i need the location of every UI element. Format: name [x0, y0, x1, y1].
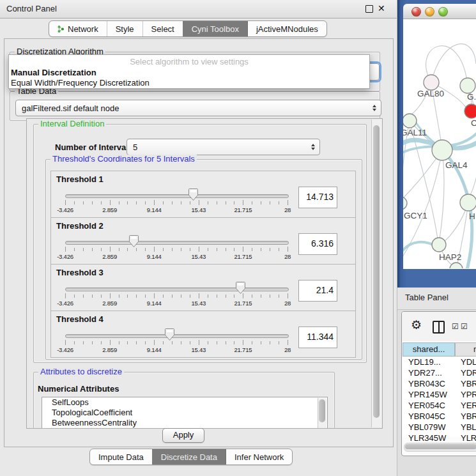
mac-zoom-icon[interactable] — [438, 7, 448, 17]
network-node-gcy1[interactable] — [403, 197, 407, 210]
list-scrollbar[interactable] — [318, 398, 326, 429]
table-row[interactable]: YER054CYER0 — [403, 400, 476, 411]
slider-track[interactable] — [65, 288, 289, 291]
slider-tick — [74, 341, 75, 344]
threshold-value-field[interactable]: 11.344 — [298, 326, 337, 348]
network-node-h[interactable] — [460, 194, 476, 211]
table-panel-titlebar: Table Panel — [397, 288, 476, 310]
column-header-name[interactable]: n — [455, 342, 476, 357]
network-window-titlebar — [403, 4, 476, 19]
tab-impute-data[interactable]: Impute Data — [90, 449, 152, 464]
network-node-c[interactable] — [464, 104, 476, 118]
table-row[interactable]: YLR345WYLR3 — [403, 433, 476, 443]
close-icon[interactable]: ✕ — [378, 3, 385, 13]
table-header-row: shared... n — [403, 342, 476, 357]
tab-discretize-data[interactable]: Discretize Data — [152, 449, 226, 464]
cell-name: YDL1 — [455, 357, 476, 367]
interval-definition-group: Interval Definition Number of Intervals … — [33, 124, 367, 363]
float-window-icon[interactable] — [365, 5, 373, 13]
threshold-value-field[interactable]: 21.4 — [298, 280, 337, 302]
network-canvas[interactable]: GAL80G.CGAL11GAL4GCY1HHAP2 — [403, 19, 476, 269]
cell-shared-name: YDL19... — [403, 357, 455, 367]
slider-tick — [208, 295, 208, 298]
slider-thumb[interactable] — [128, 234, 139, 248]
list-item-betweennesscentrality[interactable]: BetweennessCentrality — [42, 418, 327, 428]
network-node-gal11[interactable] — [403, 114, 417, 128]
tab-jactivemnodules[interactable]: jActiveMNodules — [247, 21, 326, 36]
slider-tick-label: -3.426 — [57, 206, 73, 213]
threshold-row-3: Threshold 3-3.4262.8599.14415.4321.71528… — [50, 264, 356, 311]
checkbox-icon[interactable]: ☑ — [452, 322, 459, 331]
threshold-label: Threshold 4 — [56, 314, 104, 324]
slider-thumb[interactable] — [188, 188, 199, 201]
slider-tick — [154, 293, 155, 298]
slider-tick — [172, 341, 173, 344]
table-row[interactable]: YPR145WYPR1 — [403, 389, 476, 400]
slider-tick — [226, 201, 226, 204]
slider-track[interactable] — [65, 194, 289, 198]
gear-icon[interactable]: ⚙ — [411, 318, 422, 332]
tab-network[interactable]: Network — [49, 21, 107, 36]
numerical-attributes-list[interactable]: SelfLoopsTopologicalCoefficientBetweenne… — [42, 397, 328, 429]
horizontal-scrollbar[interactable] — [404, 443, 476, 452]
tab-infer-network[interactable]: Infer Network — [226, 449, 292, 464]
slider-tick — [199, 247, 199, 252]
slider-tick — [119, 341, 119, 344]
tab-select[interactable]: Select — [142, 21, 183, 36]
table-row[interactable]: YBR045CYBR0 — [403, 411, 476, 422]
top-tab-bar: NetworkStyleSelectCyni ToolboxjActiveMNo… — [49, 20, 327, 37]
table-data-combo[interactable]: galFiltered.sif default node — [15, 100, 381, 116]
slider-tick — [65, 293, 66, 298]
network-node-label: H — [469, 211, 475, 221]
number-of-intervals-combo[interactable]: 5 — [127, 139, 320, 155]
slider-track[interactable] — [65, 241, 289, 245]
slider-tick — [74, 201, 75, 204]
table-panel: ⚙ ☑ ☑ shared... n YDL19...YDL1YDR27...YD… — [401, 311, 476, 456]
mac-close-icon[interactable] — [411, 7, 421, 17]
slider-tick — [101, 341, 102, 344]
table-row[interactable]: YBR043CYBR0 — [403, 378, 476, 389]
network-node-gal80[interactable] — [424, 75, 439, 90]
table-row[interactable]: YBL079WYBL0 — [403, 422, 476, 433]
slider-thumb[interactable] — [235, 281, 246, 295]
slider-tick — [181, 201, 181, 204]
threshold-value-field[interactable]: 6.316 — [298, 233, 337, 255]
slider-tick — [270, 295, 270, 298]
cell-name: YER0 — [455, 400, 476, 411]
slider-tick-label: 2.859 — [102, 300, 117, 307]
dropdown-option-equal-width-frequency[interactable]: Equal Width/Frequency Discretization — [11, 78, 150, 88]
thresholds-group: Threshold's Coordinates for 5 Intervals … — [45, 159, 362, 360]
cyni-toolbox-content: Discretization Algorithm Select algorith… — [4, 38, 394, 447]
table-row[interactable]: YDR27...YDR2 — [403, 367, 476, 378]
dropdown-option-manual-discretization[interactable]: Manual Discretization — [11, 68, 96, 77]
apply-button[interactable]: Apply — [162, 428, 204, 443]
table-row[interactable]: YDL19...YDL1 — [403, 357, 476, 367]
slider-tick — [172, 295, 173, 298]
slider-tick — [234, 201, 234, 204]
network-node-gal4[interactable] — [432, 140, 452, 160]
bottom-tab-bar: Impute DataDiscretize DataInfer Network — [89, 449, 293, 465]
list-item-topologicalcoefficient[interactable]: TopologicalCoefficient — [42, 408, 327, 418]
list-item-selfloops[interactable]: SelfLoops — [42, 397, 327, 408]
threshold-value-field[interactable]: 14.713 — [298, 187, 337, 208]
slider-tick-label: 2.859 — [102, 346, 117, 353]
network-node-hap2[interactable] — [432, 238, 446, 252]
slider-tick — [145, 248, 146, 251]
column-header-shared[interactable]: shared... — [403, 342, 455, 357]
slider-tick-label: 21.715 — [234, 206, 252, 213]
tab-style[interactable]: Style — [107, 21, 142, 36]
panel-scrollbar[interactable] — [371, 119, 381, 427]
slider-tick — [181, 248, 181, 251]
tab-cyni-toolbox[interactable]: Cyni Toolbox — [183, 21, 247, 36]
control-panel-titlebar: Control Panel ✕ — [0, 0, 397, 19]
mac-minimize-icon[interactable] — [425, 7, 434, 17]
network-node[interactable] — [450, 263, 463, 268]
columns-icon[interactable] — [433, 321, 445, 334]
tab-label: Infer Network — [234, 450, 284, 464]
checkbox-icon[interactable]: ☑ — [461, 322, 468, 331]
network-node-g[interactable] — [460, 78, 475, 93]
slider-tick — [217, 341, 217, 344]
slider-track[interactable] — [65, 334, 289, 338]
slider-tick-label: 28 — [284, 206, 291, 213]
slider-thumb[interactable] — [164, 328, 175, 341]
